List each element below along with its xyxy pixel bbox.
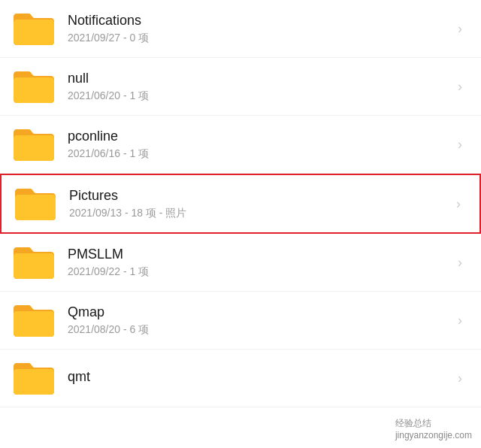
item-meta: 2021/06/16 - 1 项 [68, 147, 451, 161]
list-item-qmt[interactable]: qmt › [0, 350, 481, 407]
item-meta: 2021/09/22 - 1 项 [68, 265, 451, 279]
folder-icon [12, 68, 56, 104]
chevron-right-icon: › [451, 369, 469, 387]
chevron-right-icon: › [451, 253, 469, 271]
item-name: Notifications [68, 13, 451, 29]
folder-icon [12, 11, 56, 47]
item-info: PMSLLM 2021/09/22 - 1 项 [68, 247, 451, 279]
item-name: qmt [68, 369, 451, 385]
item-info: qmt [68, 369, 451, 388]
folder-icon [12, 244, 56, 280]
folder-icon [12, 302, 56, 338]
folder-icon [12, 126, 56, 162]
list-item-pmsllm[interactable]: PMSLLM 2021/09/22 - 1 项 › [0, 234, 481, 292]
item-meta: 2021/09/13 - 18 项 - 照片 [69, 207, 449, 220]
folder-icon [14, 186, 57, 222]
chevron-right-icon: › [449, 195, 467, 213]
item-name: PMSLLM [68, 247, 451, 262]
list-item-notifications[interactable]: Notifications 2021/09/27 - 0 项 › [0, 0, 481, 58]
item-meta: 2021/08/20 - 6 项 [68, 323, 451, 337]
item-info: pconline 2021/06/16 - 1 项 [68, 129, 451, 161]
list-item-qmap[interactable]: Qmap 2021/08/20 - 6 项 › [0, 292, 481, 350]
watermark: 经验总结jingyanzongije.com [392, 416, 475, 442]
item-name: pconline [68, 129, 451, 144]
item-name: Pictures [69, 188, 449, 204]
item-info: Notifications 2021/09/27 - 0 项 [68, 13, 451, 45]
item-info: Qmap 2021/08/20 - 6 项 [68, 304, 451, 337]
chevron-right-icon: › [451, 135, 469, 153]
item-info: Pictures 2021/09/13 - 18 项 - 照片 [69, 188, 449, 220]
list-item-pictures[interactable]: Pictures 2021/09/13 - 18 项 - 照片 › [0, 174, 481, 234]
item-info: null 2021/06/20 - 1 项 [68, 71, 451, 103]
item-name: null [68, 71, 451, 86]
item-name: Qmap [68, 304, 451, 320]
list-item-pconline[interactable]: pconline 2021/06/16 - 1 项 › [0, 116, 481, 174]
chevron-right-icon: › [451, 77, 469, 95]
folder-list: Notifications 2021/09/27 - 0 项 › null 20… [0, 0, 481, 407]
list-item-null[interactable]: null 2021/06/20 - 1 项 › [0, 58, 481, 116]
chevron-right-icon: › [451, 20, 469, 38]
folder-icon [12, 360, 56, 396]
item-meta: 2021/06/20 - 1 项 [68, 89, 451, 103]
chevron-right-icon: › [451, 311, 469, 329]
item-meta: 2021/09/27 - 0 项 [68, 32, 451, 45]
